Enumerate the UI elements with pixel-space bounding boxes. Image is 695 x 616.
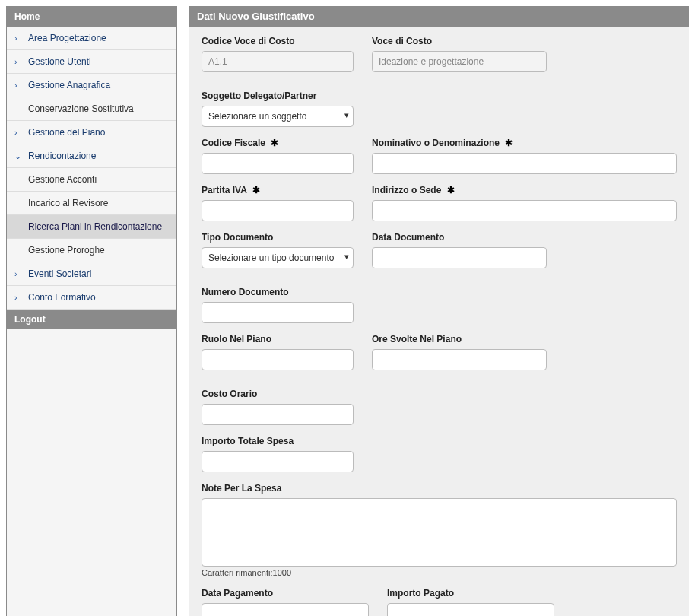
indirizzo-label: Indirizzo o Sede ✱ — [372, 185, 677, 195]
note-spesa-label: Note Per La Spesa — [202, 483, 677, 494]
data-documento-label: Data Documento — [372, 232, 547, 243]
ore-svolte-input[interactable] — [372, 349, 547, 370]
codice-fiscale-input[interactable] — [202, 153, 354, 174]
sidebar-item-label: Eventi Societari — [28, 268, 91, 279]
soggetto-label: Soggetto Delegato/Partner — [202, 90, 354, 101]
main-panel: Dati Nuovo Giustificativo Codice Voce di… — [189, 6, 689, 616]
sidebar-item-conservazione-sostitutiva[interactable]: Conservazione Sostitutiva — [7, 97, 176, 121]
ore-svolte-label: Ore Svolte Nel Piano — [372, 334, 547, 345]
sidebar-item-ricerca-piani-in-rendicontazione[interactable]: Ricerca Piani in Rendicontazione — [7, 215, 176, 239]
sidebar-item-gestione-acconti[interactable]: Gestione Acconti — [7, 168, 176, 192]
nominativo-label: Nominativo o Denominazione ✱ — [372, 138, 677, 148]
data-pagamento-input[interactable] — [202, 603, 369, 616]
logout-button[interactable]: Logout — [7, 310, 176, 329]
chevron-icon: › — [14, 33, 24, 43]
chevron-icon: ⌄ — [14, 151, 24, 161]
soggetto-select[interactable]: Selezionare un soggetto — [202, 106, 354, 127]
sidebar-item-gestione-del-piano[interactable]: ›Gestione del Piano — [7, 121, 176, 144]
sidebar-item-gestione-anagrafica[interactable]: ›Gestione Anagrafica — [7, 74, 176, 97]
sidebar-item-label: Ricerca Piani in Rendicontazione — [28, 221, 162, 232]
data-pagamento-label: Data Pagamento — [202, 588, 369, 599]
ruolo-label: Ruolo Nel Piano — [202, 334, 354, 345]
partita-iva-input[interactable] — [202, 200, 354, 221]
costo-orario-input[interactable] — [202, 404, 354, 425]
required-icon: ✱ — [447, 185, 455, 195]
sidebar-item-label: Gestione Anagrafica — [28, 80, 110, 90]
sidebar-item-area-progettazione[interactable]: ›Area Progettazione — [7, 27, 176, 50]
sidebar-item-label: Rendicontazione — [28, 151, 96, 161]
sidebar-item-label: Gestione del Piano — [28, 127, 105, 138]
sidebar-item-label: Gestione Proroghe — [28, 245, 105, 256]
tipo-documento-select[interactable]: Selezionare un tipo documento — [202, 247, 354, 268]
codice-fiscale-label: Codice Fiscale ✱ — [202, 138, 354, 148]
note-spesa-textarea[interactable] — [202, 498, 677, 567]
sidebar-item-label: Conservazione Sostitutiva — [28, 103, 134, 114]
chevron-icon: › — [14, 81, 24, 90]
required-icon: ✱ — [252, 185, 260, 195]
required-icon: ✱ — [271, 138, 278, 148]
chevron-icon: › — [14, 293, 24, 302]
sidebar-item-gestione-proroghe[interactable]: Gestione Proroghe — [7, 239, 176, 262]
data-documento-input[interactable] — [372, 247, 547, 268]
importo-pagato-input[interactable] — [387, 603, 554, 616]
voce-di-costo-label: Voce di Costo — [372, 36, 547, 46]
codice-voce-costo-label: Codice Voce di Costo — [202, 36, 354, 46]
indirizzo-input[interactable] — [372, 200, 677, 221]
importo-totale-input[interactable] — [202, 451, 354, 472]
sidebar-item-conto-formativo[interactable]: ›Conto Formativo — [7, 286, 176, 310]
ruolo-input[interactable] — [202, 349, 354, 370]
chevron-icon: › — [14, 128, 24, 137]
chevron-icon: › — [14, 269, 24, 278]
sidebar-item-incarico-al-revisore[interactable]: Incarico al Revisore — [7, 192, 176, 215]
importo-pagato-label: Importo Pagato — [387, 588, 554, 599]
sidebar: Home ›Area Progettazione›Gestione Utenti… — [6, 6, 177, 616]
sidebar-item-label: Incarico al Revisore — [28, 198, 108, 208]
chevron-icon: › — [14, 57, 24, 66]
sidebar-item-label: Conto Formativo — [28, 292, 96, 303]
costo-orario-label: Costo Orario — [202, 389, 354, 399]
sidebar-item-gestione-utenti[interactable]: ›Gestione Utenti — [7, 50, 176, 74]
numero-documento-input[interactable] — [202, 302, 354, 323]
sidebar-item-rendicontazione[interactable]: ⌄Rendicontazione — [7, 144, 176, 168]
importo-totale-label: Importo Totale Spesa — [202, 436, 354, 446]
sidebar-item-eventi-societari[interactable]: ›Eventi Societari — [7, 262, 176, 286]
voce-di-costo-input — [372, 51, 547, 72]
required-icon: ✱ — [505, 138, 513, 148]
sidebar-item-label: Gestione Utenti — [28, 56, 91, 67]
sidebar-header[interactable]: Home — [7, 7, 176, 27]
codice-voce-costo-input — [202, 51, 354, 72]
panel-title: Dati Nuovo Giustificativo — [189, 6, 689, 27]
nominativo-input[interactable] — [372, 153, 677, 174]
numero-documento-label: Numero Documento — [202, 287, 354, 297]
sidebar-item-label: Area Progettazione — [28, 33, 106, 43]
partita-iva-label: Partita IVA ✱ — [202, 185, 354, 195]
sidebar-item-label: Gestione Acconti — [28, 174, 97, 185]
note-spesa-counter: Caratteri rimanenti:1000 — [202, 568, 677, 577]
tipo-documento-label: Tipo Documento — [202, 232, 354, 243]
